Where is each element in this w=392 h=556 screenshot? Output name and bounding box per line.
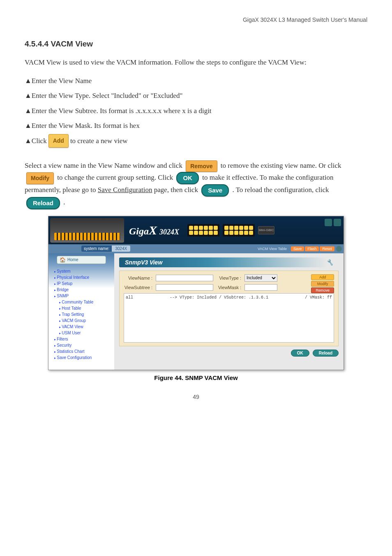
sidebar-item-snmp[interactable]: SNMP xyxy=(54,294,110,298)
label-viewname: ViewName : xyxy=(124,276,152,280)
wrench-icon: 🔧 xyxy=(326,259,333,266)
intro-paragraph: VACM View is used to view the VACM infor… xyxy=(25,57,367,68)
tab-reset[interactable]: Reset xyxy=(320,246,334,251)
list-item[interactable]: all --> VType: Included / VSubtree: .1.3… xyxy=(126,295,332,300)
page-number: 49 xyxy=(25,394,367,400)
input-viewmask[interactable] xyxy=(244,284,277,291)
top-right-icons xyxy=(325,219,341,226)
breadcrumb-bar: system name: 3024X VACM View Table Save … xyxy=(48,244,344,253)
steps-block: ▲ Enter the View Name ▲ Enter the View T… xyxy=(25,74,367,148)
sidebar-item-trap-setting[interactable]: Trap Setting xyxy=(59,312,110,317)
panel-reload-button[interactable]: Reload xyxy=(313,350,339,357)
refresh-icon[interactable] xyxy=(334,219,341,226)
sidebar-item-filters[interactable]: Filters xyxy=(54,337,110,341)
sidebar-home[interactable]: Home xyxy=(57,256,106,264)
form-remove-button[interactable]: Remove xyxy=(311,287,334,293)
action-tabs: Save Flash Reset xyxy=(291,246,334,251)
label-viewmask: ViewMask : xyxy=(217,285,241,290)
crumb-path: 3024X xyxy=(112,246,130,252)
label-viewsubtree: ViewSubtree : xyxy=(124,285,152,290)
panel-title: SnmpV3 View 🔧 xyxy=(119,257,339,267)
section-title: 4.5.4.4 VACM View xyxy=(25,39,367,49)
sidebar: Home System Physical Interface IP Setup … xyxy=(48,253,114,370)
input-viewname[interactable] xyxy=(156,275,213,281)
remove-modify-paragraph: Select a view name in the View Name wind… xyxy=(25,160,367,209)
sound-icon[interactable] xyxy=(336,246,342,252)
label-viewtype: ViewType : xyxy=(217,276,241,280)
view-list[interactable]: all --> VType: Included / VSubtree: .1.3… xyxy=(124,293,334,343)
input-viewsubtree[interactable] xyxy=(156,284,213,291)
form-modify-button[interactable]: Modify xyxy=(311,281,334,287)
sidebar-item-statistics[interactable]: Statistics Chart xyxy=(54,349,110,354)
shot-header: GigaX 3024X Mini-GBIC xyxy=(48,216,344,244)
brand-logo: GigaX 3024X xyxy=(129,223,179,237)
port-panel: Mini-GBIC xyxy=(187,224,274,236)
save-config-link: Save Configuration xyxy=(98,186,152,194)
sidebar-item-vacm-group[interactable]: VACM Group xyxy=(59,318,110,323)
step-3: ▲ Enter the View Subtree. Its format is … xyxy=(25,104,367,118)
add-button[interactable]: Add xyxy=(48,134,69,148)
remove-button[interactable]: Remove xyxy=(186,160,217,172)
form-add-button[interactable]: Add xyxy=(311,274,334,280)
panel-ok-button[interactable]: OK xyxy=(291,350,309,357)
step-4: ▲ Enter the View Mask. Its format is hex xyxy=(25,119,367,132)
step-1: ▲ Enter the View Name xyxy=(25,74,367,88)
sidebar-item-ip-setup[interactable]: IP Setup xyxy=(54,281,110,286)
device-image xyxy=(50,218,124,243)
crumb-label: system name: xyxy=(81,246,112,252)
tab-save[interactable]: Save xyxy=(291,246,304,251)
port-group-1 xyxy=(187,224,219,236)
sidebar-item-system[interactable]: System xyxy=(54,269,110,273)
reload-button[interactable]: Reload xyxy=(26,197,60,209)
mini-gbic-module: Mini-GBIC xyxy=(258,226,274,234)
step-5: ▲ Click Add to create a new view xyxy=(25,134,367,148)
sidebar-item-security[interactable]: Security xyxy=(54,343,110,348)
sidebar-item-community-table[interactable]: Community Table xyxy=(59,300,110,304)
figure-screenshot: GigaX 3024X Mini-GBIC system name: 3024X… xyxy=(48,216,344,370)
port-group-2 xyxy=(223,224,255,236)
manual-header: GigaX 3024X L3 Managed Switch User's Man… xyxy=(25,16,367,23)
sidebar-item-host-table[interactable]: Host Table xyxy=(59,306,110,310)
sidebar-item-physical-interface[interactable]: Physical Interface xyxy=(54,275,110,280)
select-viewtype[interactable]: Included xyxy=(244,274,277,282)
help-icon[interactable] xyxy=(325,219,332,226)
step-2: ▲ Enter the View Type. Select "Included"… xyxy=(25,89,367,102)
save-button[interactable]: Save xyxy=(201,184,229,197)
ok-button[interactable]: OK xyxy=(176,172,199,184)
main-panel: SnmpV3 View 🔧 ViewName : ViewType : Incl… xyxy=(114,253,344,370)
sidebar-item-usm-user[interactable]: USM User xyxy=(59,331,110,335)
location-label: VACM View Table xyxy=(258,247,287,251)
modify-button[interactable]: Modify xyxy=(26,172,54,184)
form-box: ViewName : ViewType : Included ViewSubtr… xyxy=(119,271,339,346)
sidebar-item-save-config[interactable]: Save Configuration xyxy=(54,355,110,360)
sidebar-item-vacm-view[interactable]: VACM View xyxy=(59,324,110,329)
sidebar-item-bridge[interactable]: Bridge xyxy=(54,287,110,292)
figure-caption: Figure 44. SNMP VACM View xyxy=(25,374,367,381)
tab-flash[interactable]: Flash xyxy=(305,246,319,251)
